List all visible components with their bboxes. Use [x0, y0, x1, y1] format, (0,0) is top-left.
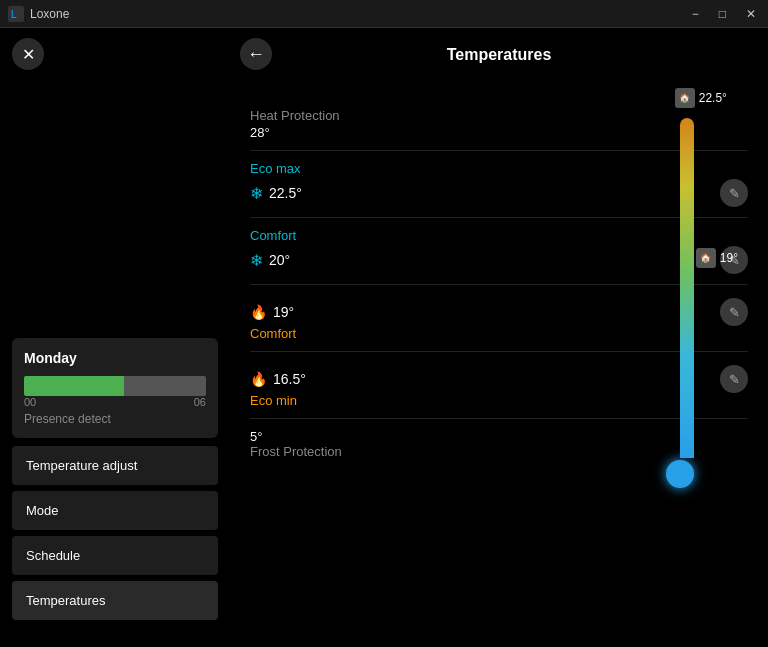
left-panel: ✕ Monday 00 06 Presence detect Temperatu…	[0, 28, 230, 647]
thermo-bottom-label: 🏠 19°	[696, 248, 738, 268]
thermo-top-icon: 🏠	[675, 88, 695, 108]
window-controls: − □ ✕	[688, 5, 760, 23]
schedule-bar	[24, 376, 206, 396]
back-button[interactable]: ←	[240, 38, 272, 70]
comfort-heat-label: Comfort	[250, 326, 748, 341]
thermo-bottom-label-row: 🏠 19°	[696, 248, 738, 268]
thermo-bottom-value: 19°	[720, 251, 738, 265]
comfort-snow-icon: ❄	[250, 251, 263, 270]
comfort-heat-value-row: 🔥 19°	[250, 304, 294, 320]
close-button[interactable]: ✕	[12, 38, 44, 70]
schedule-card-title: Monday	[24, 350, 206, 366]
comfort-value: 20°	[269, 252, 290, 268]
presence-detect-label: Presence detect	[24, 412, 206, 426]
schedule-bar-inactive	[124, 376, 206, 396]
comfort-value-row: ❄ 20°	[250, 251, 290, 270]
eco-min-value: 16.5°	[273, 371, 306, 387]
thermometer-track	[680, 118, 694, 458]
thermometer-track-wrapper	[680, 118, 694, 488]
svg-text:L: L	[11, 9, 17, 20]
thermo-top-label: 🏠 22.5°	[675, 88, 727, 108]
mode-button[interactable]: Mode	[12, 491, 218, 530]
schedule-button[interactable]: Schedule	[12, 536, 218, 575]
comfort-heat-edit-button[interactable]: ✎	[720, 298, 748, 326]
page-title: Temperatures	[447, 46, 552, 64]
temp-adjust-button[interactable]: Temperature adjust	[12, 446, 218, 485]
eco-min-value-row: 🔥 16.5°	[250, 371, 306, 387]
schedule-times: 00 06	[24, 396, 206, 408]
eco-max-value-row: ❄ 22.5°	[250, 184, 302, 203]
temperatures-button[interactable]: Temperatures	[12, 581, 218, 620]
title-bar: L Loxone − □ ✕	[0, 0, 768, 28]
thermo-top-value: 22.5°	[699, 91, 727, 105]
schedule-card: Monday 00 06 Presence detect	[12, 338, 218, 438]
frost-protection-label: Frost Protection	[250, 444, 748, 459]
minimize-button[interactable]: −	[688, 5, 703, 23]
eco-min-fire-icon: 🔥	[250, 371, 267, 387]
main-content: ✕ Monday 00 06 Presence detect Temperatu…	[0, 28, 768, 647]
app-icon: L	[8, 6, 24, 22]
eco-max-value: 22.5°	[269, 185, 302, 201]
comfort-heat-row: 🔥 19° ✎	[250, 298, 748, 326]
close-window-button[interactable]: ✕	[742, 5, 760, 23]
maximize-button[interactable]: □	[715, 5, 730, 23]
center-area: ← Temperatures Heat Protection 28° Eco m…	[230, 28, 768, 647]
comfort-heat-item: 🔥 19° ✎ Comfort	[250, 285, 748, 352]
schedule-time-start: 00	[24, 396, 36, 408]
eco-min-edit-button[interactable]: ✎	[720, 365, 748, 393]
schedule-time-end: 06	[194, 396, 206, 408]
comfort-heat-value: 19°	[273, 304, 294, 320]
thermometer-area: 🏠 22.5° 🏠 19°	[636, 98, 738, 268]
eco-min-item: 🔥 16.5° ✎ Eco min	[250, 352, 748, 419]
eco-max-snow-icon: ❄	[250, 184, 263, 203]
schedule-bar-active	[24, 376, 124, 396]
app-title: Loxone	[30, 7, 69, 21]
comfort-heat-fire-icon: 🔥	[250, 304, 267, 320]
frost-protection-value: 5°	[250, 429, 748, 444]
thermo-bottom-icon: 🏠	[696, 248, 716, 268]
thermometer-bulb	[666, 460, 694, 488]
eco-min-label: Eco min	[250, 393, 748, 408]
eco-min-row: 🔥 16.5° ✎	[250, 365, 748, 393]
